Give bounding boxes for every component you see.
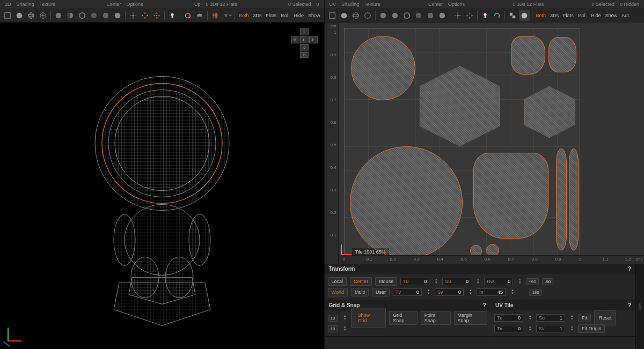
mode-isol[interactable]: Isol. — [279, 13, 291, 18]
tu-field[interactable]: Tu0 — [400, 278, 429, 285]
space-world[interactable]: World — [328, 288, 348, 296]
target-icon[interactable] — [128, 10, 138, 21]
mode-flats[interactable]: Flats — [265, 13, 279, 18]
shade-5-icon-r[interactable] — [425, 10, 436, 21]
checker-icon[interactable] — [507, 10, 518, 21]
mode-flats-r[interactable]: Flats — [561, 13, 575, 18]
in-field[interactable]: In45 — [477, 288, 506, 296]
shade-1-icon-r[interactable] — [378, 10, 389, 21]
grid-v1[interactable]: 10 — [328, 315, 338, 322]
grid-icon[interactable] — [210, 10, 221, 21]
shade-5-icon[interactable] — [100, 10, 111, 21]
menu-texture-r[interactable]: Texture — [363, 2, 382, 7]
uv-island[interactable] — [420, 66, 500, 146]
uv-island[interactable] — [569, 148, 579, 250]
tv-field[interactable]: Tv0 — [393, 288, 422, 296]
mode-aut[interactable]: Aut — [620, 13, 631, 18]
axis-y-icon[interactable]: Y▾ — [222, 10, 232, 21]
shade-2-icon[interactable] — [65, 10, 76, 21]
light-icon[interactable] — [167, 10, 178, 21]
sphere-check-icon-r[interactable] — [362, 10, 373, 21]
menu-shading-r[interactable]: Shading — [340, 2, 361, 7]
point-snap-btn[interactable]: Point Snap — [421, 311, 451, 325]
rot-p90[interactable]: +90 — [526, 278, 539, 285]
menu-uv[interactable]: UV — [328, 2, 338, 7]
light-icon-r[interactable] — [480, 10, 491, 21]
orientation-cube[interactable]: T B L F R B — [291, 28, 318, 58]
fit-btn[interactable]: Fit — [578, 314, 591, 322]
mode-3ds[interactable]: 3Ds — [252, 13, 264, 18]
cube-r[interactable]: R — [300, 44, 309, 51]
cube-t[interactable]: T — [300, 28, 309, 35]
sphere-solid-icon[interactable] — [14, 10, 25, 21]
grid-help[interactable]: ? — [483, 302, 486, 308]
rot-180[interactable]: 180 — [529, 289, 541, 296]
uv-island[interactable] — [511, 36, 545, 75]
uv-island[interactable] — [473, 153, 548, 239]
shade-6-icon-r[interactable] — [437, 10, 448, 21]
uv-island[interactable] — [548, 37, 576, 72]
cube-f[interactable]: F — [309, 36, 318, 43]
target-icon-r[interactable] — [452, 10, 463, 21]
uvtile-su[interactable]: Su1 — [536, 314, 565, 322]
uvtile-tu[interactable]: Tu0 — [494, 314, 523, 322]
shade-4-icon-r[interactable] — [413, 10, 424, 21]
mode-both-r[interactable]: Both — [535, 13, 548, 18]
move-arrows-icon-r[interactable] — [464, 10, 475, 21]
grid-v2[interactable]: 10 — [328, 325, 338, 332]
space-center[interactable]: Center — [350, 277, 372, 286]
cube-b2[interactable]: B — [291, 36, 299, 43]
show-grid[interactable]: Show Grid — [351, 308, 386, 328]
uv-island[interactable] — [556, 148, 567, 250]
mode-show-r[interactable]: Show — [604, 13, 619, 18]
reset-btn[interactable]: Reset — [594, 310, 617, 325]
rot-m90[interactable]: -90 — [542, 278, 554, 285]
shade-3-icon-r[interactable] — [401, 10, 412, 21]
sv-field[interactable]: Sv0 — [435, 288, 464, 296]
uv-tile-help[interactable]: ? — [628, 302, 631, 308]
mode-show[interactable]: Show — [306, 13, 322, 18]
uvtile-sv[interactable]: Sv1 — [536, 325, 565, 332]
transform-help[interactable]: ? — [628, 266, 631, 272]
sphere-solid-icon-r[interactable] — [339, 10, 349, 21]
move-arrows-icon[interactable] — [140, 10, 150, 21]
rotate-icon[interactable] — [492, 10, 502, 21]
frame-icon[interactable] — [2, 10, 13, 21]
sphere-wire-icon[interactable] — [26, 10, 36, 21]
viewport-uv[interactable]: cm 1 0.9 0.8 0.7 0.6 0.5 0.4 0.3 0.2 0.1 — [325, 23, 644, 264]
cube-l[interactable]: L — [300, 36, 309, 43]
fit-origin-btn[interactable]: Fit Origin — [578, 324, 605, 333]
shade-6-icon[interactable] — [112, 10, 123, 21]
uvtile-tv[interactable]: Tv0 — [494, 325, 523, 332]
menu-3d[interactable]: 3D — [3, 2, 13, 7]
su-field[interactable]: Su0 — [442, 278, 471, 285]
space-user[interactable]: User — [372, 288, 390, 296]
mode-hide-r[interactable]: Hide — [589, 13, 603, 18]
mode-both[interactable]: Both — [237, 13, 251, 18]
menu-options[interactable]: Options — [125, 2, 145, 7]
shade-4-icon[interactable] — [89, 10, 99, 21]
uv-island[interactable] — [350, 146, 463, 259]
menu-texture[interactable]: Texture — [38, 2, 57, 7]
cube-b[interactable]: B — [300, 52, 309, 58]
shade-2-icon-r[interactable] — [390, 10, 400, 21]
menu-shading[interactable]: Shading — [15, 2, 36, 7]
viewport-3d[interactable]: T B L F R B — [0, 23, 324, 349]
mode-hide[interactable]: Hide — [292, 13, 306, 18]
mode-isol-r[interactable]: Isol. — [576, 13, 589, 18]
shade-1-icon[interactable] — [53, 10, 64, 21]
move-center-icon[interactable] — [151, 10, 162, 21]
sphere-check-icon[interactable] — [38, 10, 48, 21]
space-multi[interactable]: Multi — [351, 288, 369, 296]
uv-island[interactable] — [524, 86, 575, 138]
space-local[interactable]: Local — [328, 277, 347, 286]
menu-up[interactable]: Up — [193, 2, 202, 7]
sphere-wire-icon-r[interactable] — [350, 10, 361, 21]
menu-center[interactable]: Center — [105, 2, 123, 7]
ring-icon[interactable] — [182, 10, 193, 21]
menu-center-r[interactable]: Center — [427, 2, 444, 7]
dome-icon[interactable] — [194, 10, 205, 21]
margin-snap-btn[interactable]: Margin Snap — [454, 311, 487, 325]
frame-icon-r[interactable] — [327, 10, 338, 21]
uv-island[interactable] — [351, 36, 415, 100]
